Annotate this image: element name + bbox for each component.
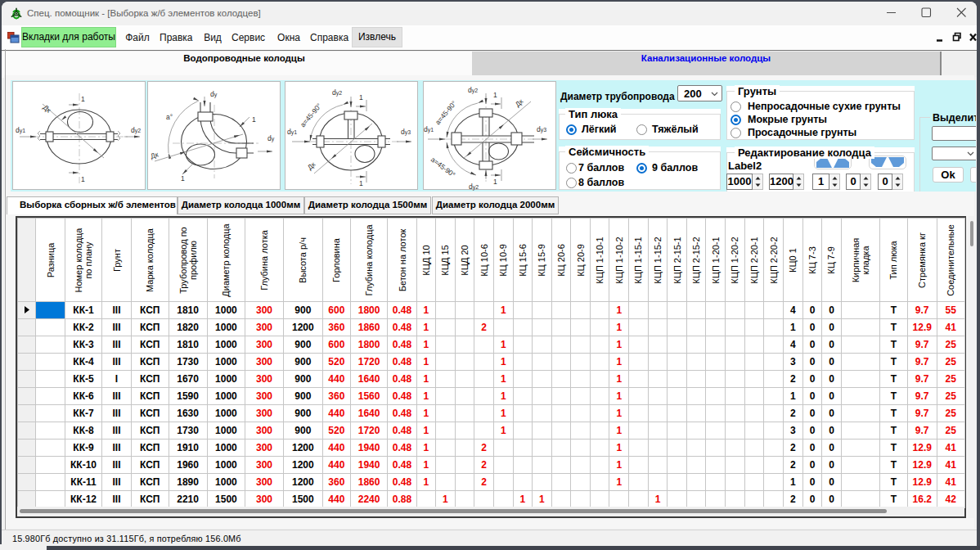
svg-text:dу2: dу2 bbox=[332, 88, 342, 97]
svg-text:dу3: dу3 bbox=[537, 125, 546, 133]
svg-text:a=45-90°: a=45-90° bbox=[434, 99, 458, 126]
svg-text:Дк: Дк bbox=[514, 97, 525, 109]
svg-text:dу2: dу2 bbox=[468, 86, 478, 94]
svg-text:1: 1 bbox=[359, 93, 363, 101]
svg-text:1: 1 bbox=[81, 175, 85, 183]
svg-text:1: 1 bbox=[493, 178, 497, 186]
svg-text:dу: dу bbox=[210, 90, 218, 98]
svg-text:dу1: dу1 bbox=[424, 125, 434, 133]
svg-text:1: 1 bbox=[359, 179, 363, 187]
svg-text:a=45-90°: a=45-90° bbox=[299, 101, 323, 128]
svg-text:dу3: dу3 bbox=[401, 128, 411, 136]
svg-text:dу: dу bbox=[267, 134, 275, 142]
svg-text:1: 1 bbox=[493, 91, 497, 99]
svg-text:dу2: dу2 bbox=[131, 126, 141, 134]
svg-text:dу1: dу1 bbox=[16, 126, 25, 134]
svg-text:dу2: dу2 bbox=[469, 183, 479, 191]
svg-text:a°: a° bbox=[166, 113, 173, 121]
svg-text:Дк: Дк bbox=[306, 160, 317, 172]
svg-text:1: 1 bbox=[81, 95, 85, 103]
svg-text:Дк: Дк bbox=[150, 150, 160, 160]
svg-text:1: 1 bbox=[181, 174, 185, 183]
svg-text:dу1: dу1 bbox=[287, 128, 297, 136]
svg-text:1: 1 bbox=[252, 115, 256, 124]
